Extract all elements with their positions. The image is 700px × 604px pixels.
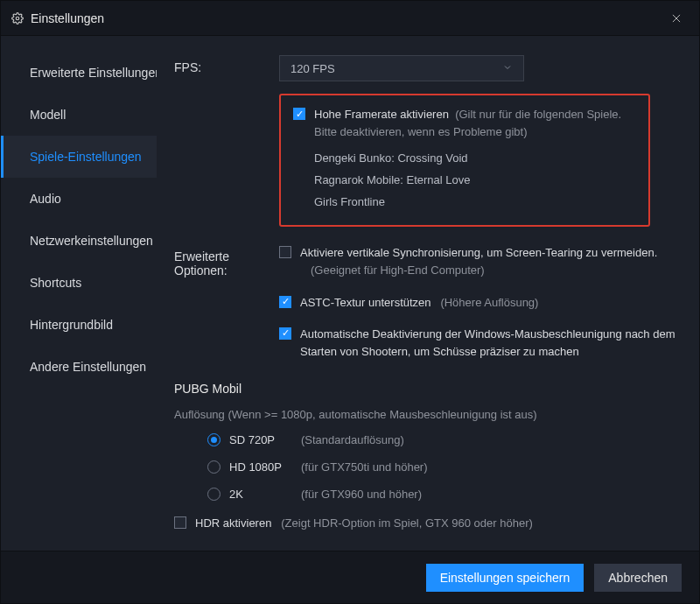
main-panel: FPS: 120 FPS ✓: [157, 36, 699, 551]
sidebar-item[interactable]: Spiele-Einstellungen: [1, 136, 157, 178]
close-button[interactable]: [664, 6, 689, 31]
sidebar-item[interactable]: Netzwerkeinstellungen: [1, 220, 157, 262]
high-framerate-game: Dengeki Bunko: Crossing Void: [314, 148, 636, 170]
sidebar-item[interactable]: Audio: [1, 178, 157, 220]
pubg-resolution-group: SD 720P(Standardauflösung)HD 1080P(für G…: [174, 433, 682, 501]
vsync-checkbox[interactable]: [279, 246, 291, 258]
radio-label: HD 1080P: [229, 460, 292, 474]
sidebar-item[interactable]: Hintergrundbild: [1, 304, 157, 346]
astc-text: ASTC-Textur unterstützen (Höhere Auflösu…: [300, 294, 682, 312]
radio-label: 2K: [229, 488, 292, 501]
pubg-resolution-option[interactable]: 2K(für GTX960 und höher): [174, 488, 682, 501]
radio-label: SD 720P: [229, 433, 292, 446]
cancel-button[interactable]: Abbrechen: [594, 564, 682, 592]
sidebar-item[interactable]: Erweiterte Einstellungen: [1, 52, 157, 94]
pubg-resolution-note: Auflösung (Wenn >= 1080p, automatische M…: [174, 408, 682, 421]
pubg-resolution-option[interactable]: SD 720P(Standardauflösung): [174, 433, 682, 446]
high-framerate-box: ✓ Hohe Framerate aktivieren (Gilt nur fü…: [279, 94, 650, 227]
radio-button[interactable]: [207, 488, 220, 501]
mouse-accel-checkbox[interactable]: ✓: [279, 327, 291, 340]
footer: Einstellungen speichern Abbrechen: [1, 551, 699, 603]
pubg-heading: PUBG Mobil: [174, 382, 682, 396]
window-title: Einstellungen: [31, 11, 104, 25]
high-framerate-checkbox[interactable]: ✓: [293, 108, 305, 120]
svg-point-0: [16, 17, 19, 20]
save-button[interactable]: Einstellungen speichern: [426, 564, 584, 592]
sidebar-item[interactable]: Andere Einstellungen: [1, 346, 157, 388]
chevron-down-icon: [502, 62, 513, 75]
radio-hint: (für GTX750ti und höher): [301, 460, 428, 474]
fps-select[interactable]: 120 FPS: [279, 55, 524, 81]
high-framerate-game: Girls Frontline: [314, 192, 636, 214]
radio-button[interactable]: [207, 460, 220, 474]
radio-button[interactable]: [207, 433, 220, 446]
sidebar: Erweiterte EinstellungenModellSpiele-Ein…: [1, 36, 157, 551]
hdr-checkbox[interactable]: [174, 516, 186, 529]
hdr-text: HDR aktivieren (Zeigt HDR-Option im Spie…: [195, 515, 682, 532]
high-framerate-games: Dengeki Bunko: Crossing VoidRagnarok Mob…: [293, 146, 636, 213]
vsync-text: Aktiviere vertikale Synchronisierung, um…: [300, 244, 682, 279]
sidebar-item[interactable]: Shortcuts: [1, 262, 157, 304]
high-framerate-text: Hohe Framerate aktivieren (Gilt nur für …: [314, 106, 636, 141]
titlebar: Einstellungen: [1, 1, 699, 36]
advanced-label: Erweiterte Optionen:: [174, 244, 279, 361]
high-framerate-label: Hohe Framerate aktivieren: [314, 108, 449, 121]
fps-selected-value: 120 FPS: [290, 62, 335, 75]
radio-hint: (Standardauflösung): [301, 433, 404, 446]
high-framerate-game: Ragnarok Mobile: Eternal Love: [314, 170, 636, 192]
pubg-resolution-option[interactable]: HD 1080P(für GTX750ti und höher): [174, 460, 682, 474]
gear-icon: [11, 12, 24, 25]
fps-label: FPS:: [174, 55, 279, 227]
astc-checkbox[interactable]: ✓: [279, 296, 291, 308]
mouse-accel-text: Automatische Deaktivierung der Windows-M…: [300, 326, 682, 361]
sidebar-item[interactable]: Modell: [1, 94, 157, 136]
radio-hint: (für GTX960 und höher): [301, 488, 422, 501]
